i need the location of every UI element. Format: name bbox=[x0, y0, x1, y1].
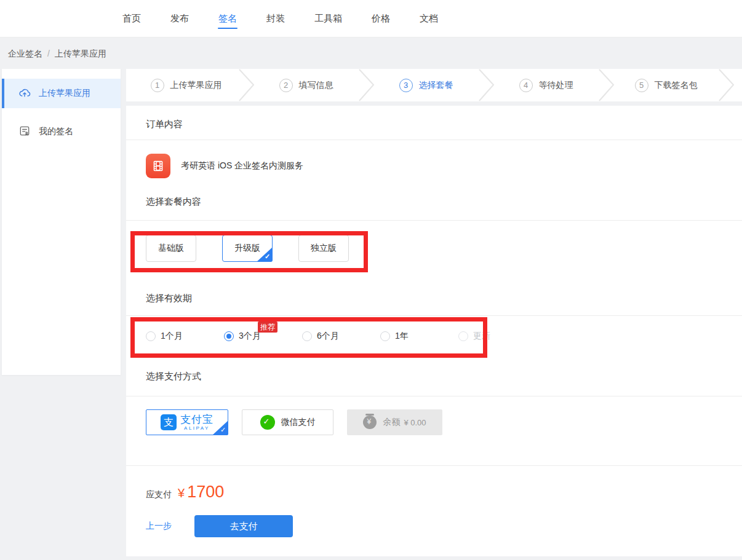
step-number: 2 bbox=[279, 79, 293, 92]
section-title-package: 选择套餐内容 bbox=[126, 186, 742, 221]
step-label: 上传苹果应用 bbox=[170, 80, 222, 91]
steps-bar: 1 上传苹果应用 2 填写信息 3 选择套餐 4 等待处理 5 下载签名包 bbox=[126, 69, 742, 101]
balance-amount: ¥ 0.00 bbox=[404, 418, 426, 427]
step-waiting: 4 等待处理 bbox=[486, 69, 606, 101]
package-option-standalone[interactable]: 独立版 bbox=[298, 235, 349, 262]
package-option-upgrade[interactable]: 升级版 bbox=[222, 235, 273, 262]
step-chevron-icon bbox=[359, 69, 375, 101]
nav-item-price[interactable]: 价格 bbox=[372, 0, 390, 37]
total-row: 应支付 ¥ 1700 bbox=[126, 466, 742, 502]
nav-item-docs[interactable]: 文档 bbox=[420, 0, 438, 37]
payment-option-wechat[interactable]: 微信支付 bbox=[242, 409, 333, 435]
step-upload: 1 上传苹果应用 bbox=[126, 69, 246, 101]
sidebar-item-my-signatures[interactable]: 我的签名 bbox=[2, 117, 121, 146]
nav-item-publish[interactable]: 发布 bbox=[170, 0, 189, 37]
order-app-row: 考研英语 iOS 企业签名内测服务 bbox=[126, 140, 742, 186]
radio-label: 1个月 bbox=[161, 331, 183, 342]
step-label: 选择套餐 bbox=[419, 80, 453, 91]
step-number: 5 bbox=[635, 79, 648, 92]
step-choose-plan: 3 选择套餐 bbox=[366, 69, 486, 101]
package-options: 基础版 升级版 独立版 bbox=[126, 221, 742, 262]
nav-item-package[interactable]: 封装 bbox=[266, 0, 285, 37]
radio-icon bbox=[224, 331, 234, 341]
film-icon bbox=[146, 154, 170, 178]
sidebar: 上传苹果应用 我的签名 bbox=[2, 69, 121, 375]
alipay-wordmark: 支付宝 ALIPAY bbox=[180, 414, 213, 431]
page: 首页 发布 签名 封装 工具箱 价格 文档 企业签名/上传苹果应用 上传苹果应用 bbox=[0, 0, 742, 560]
step-chevron-icon bbox=[479, 69, 495, 101]
package-option-basic[interactable]: 基础版 bbox=[146, 235, 196, 262]
top-navbar: 首页 发布 签名 封装 工具箱 价格 文档 bbox=[0, 0, 742, 37]
money-bag-icon bbox=[363, 416, 377, 429]
validity-option-1month[interactable]: 1个月 bbox=[146, 331, 224, 342]
step-chevron-icon bbox=[719, 69, 735, 101]
step-download: 5 下载签名包 bbox=[606, 69, 726, 101]
signature-doc-icon bbox=[18, 125, 31, 139]
radio-icon bbox=[302, 331, 312, 341]
payment-option-alipay[interactable]: 支 支付宝 ALIPAY bbox=[146, 409, 228, 435]
nav-item-toolbox[interactable]: 工具箱 bbox=[314, 0, 342, 37]
recommend-badge: 推荐 bbox=[258, 321, 277, 333]
sidebar-item-label: 上传苹果应用 bbox=[39, 88, 90, 99]
validity-options: 1个月 3个月 6个月 1年 更新 bbox=[126, 316, 742, 342]
step-number: 4 bbox=[519, 79, 533, 92]
payment-option-balance: 余额 ¥ 0.00 bbox=[347, 409, 442, 435]
sidebar-item-label: 我的签名 bbox=[39, 126, 73, 137]
nav-item-sign[interactable]: 签名 bbox=[218, 0, 237, 37]
actions-row: 上一步 去支付 bbox=[126, 502, 742, 537]
radio-icon bbox=[146, 331, 156, 341]
validity-option-renew: 更新 bbox=[458, 331, 537, 342]
step-chevron-icon bbox=[239, 69, 255, 101]
go-pay-button[interactable]: 去支付 bbox=[194, 515, 293, 537]
cloud-upload-icon bbox=[18, 87, 31, 101]
step-label: 等待处理 bbox=[539, 80, 573, 91]
payment-options: 支 支付宝 ALIPAY 微信支付 余额 ¥ 0.00 bbox=[126, 396, 742, 435]
total-label: 应支付 bbox=[146, 489, 172, 500]
total-currency: ¥ bbox=[178, 486, 185, 500]
step-number: 1 bbox=[151, 79, 164, 92]
nav-item-home[interactable]: 首页 bbox=[122, 0, 141, 37]
sidebar-item-upload-app[interactable]: 上传苹果应用 bbox=[2, 79, 121, 108]
balance-label: 余额 bbox=[383, 417, 400, 428]
alipay-icon: 支 bbox=[161, 414, 177, 430]
section-title-validity: 选择有效期 bbox=[126, 262, 742, 316]
main-nav: 首页 发布 签名 封装 工具箱 价格 文档 bbox=[0, 0, 742, 37]
breadcrumb-current: 上传苹果应用 bbox=[55, 49, 106, 58]
wechat-label: 微信支付 bbox=[281, 417, 316, 428]
breadcrumb-separator: / bbox=[47, 49, 50, 58]
selected-check-icon bbox=[212, 420, 228, 435]
section-title-payment: 选择支付方式 bbox=[126, 342, 742, 396]
radio-icon bbox=[458, 331, 468, 341]
section-title-order: 订单内容 bbox=[126, 106, 742, 140]
radio-icon bbox=[380, 331, 390, 341]
radio-label: 3个月 bbox=[239, 331, 261, 342]
order-app-name: 考研英语 iOS 企业签名内测服务 bbox=[181, 160, 303, 172]
validity-option-6months[interactable]: 6个月 bbox=[302, 331, 380, 342]
validity-option-1year[interactable]: 1年 bbox=[380, 331, 458, 342]
step-label: 填写信息 bbox=[299, 80, 333, 91]
order-panel: 订单内容 考研英语 iOS 企业签名内测服务 选择 bbox=[126, 106, 742, 556]
wechat-pay-icon bbox=[260, 415, 275, 430]
step-number: 3 bbox=[399, 79, 413, 92]
selected-check-icon bbox=[257, 247, 273, 262]
breadcrumb: 企业签名/上传苹果应用 bbox=[8, 49, 106, 60]
step-label: 下载签名包 bbox=[655, 80, 698, 91]
breadcrumb-root[interactable]: 企业签名 bbox=[8, 49, 42, 58]
radio-label: 6个月 bbox=[317, 331, 339, 342]
previous-step-link[interactable]: 上一步 bbox=[146, 521, 172, 532]
total-amount: 1700 bbox=[187, 483, 224, 502]
radio-label: 更新 bbox=[473, 331, 490, 342]
step-chevron-icon bbox=[599, 69, 615, 101]
radio-label: 1年 bbox=[395, 331, 409, 342]
step-fill-info: 2 填写信息 bbox=[246, 69, 366, 101]
